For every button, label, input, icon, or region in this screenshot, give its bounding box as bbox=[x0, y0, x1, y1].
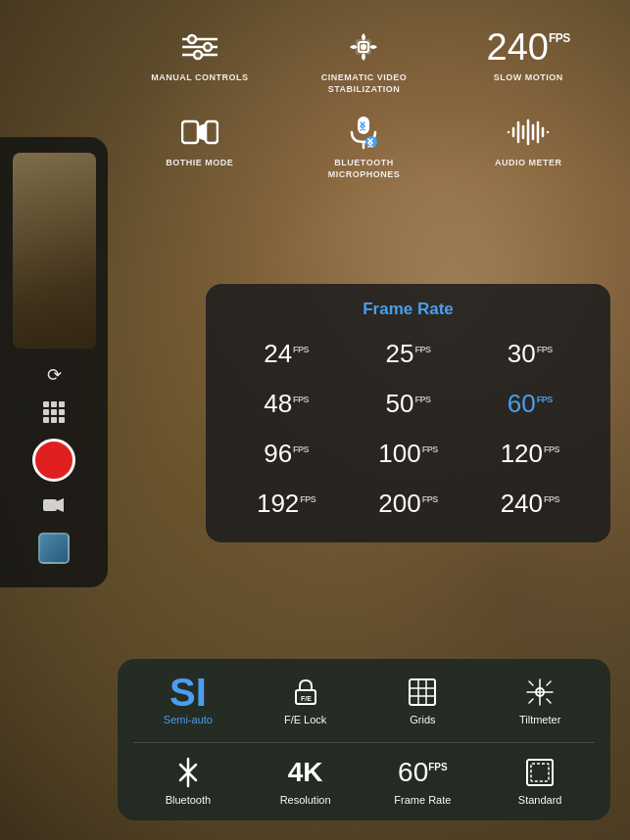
row-divider bbox=[133, 742, 595, 743]
audio-meter-item[interactable]: AUDIO METER bbox=[469, 115, 587, 169]
fps-unit: FPS bbox=[549, 32, 570, 44]
controls-row-2: Bluetooth 4K Resolution 60FPS Frame Rate… bbox=[133, 757, 595, 807]
feature-row-1: MANUAL CONTROLS CINEMATIC VIDEOSTABILIZA… bbox=[118, 29, 610, 95]
manual-controls-item[interactable]: MANUAL CONTROLS bbox=[141, 29, 259, 84]
grids-label: Grids bbox=[410, 714, 435, 726]
fr-96[interactable]: 96FPS bbox=[225, 431, 347, 477]
grid-dots-icon bbox=[43, 401, 65, 423]
record-button[interactable] bbox=[32, 439, 75, 482]
grids-control[interactable]: Grids bbox=[368, 677, 478, 726]
audio-meter-label: AUDIO METER bbox=[495, 158, 562, 169]
svg-rect-13 bbox=[206, 121, 218, 143]
svg-line-36 bbox=[547, 681, 551, 685]
gallery-thumbnail[interactable] bbox=[38, 533, 70, 564]
manual-controls-label: MANUAL CONTROLS bbox=[151, 72, 248, 84]
frame-rate-panel: Frame Rate 24FPS 25FPS 30FPS 48FPS 50FPS… bbox=[206, 284, 610, 542]
stabilize-icon bbox=[346, 29, 381, 65]
camera-panel: ⟳ bbox=[0, 137, 108, 587]
bothie-mode-label: BOTHIE MODE bbox=[166, 158, 233, 169]
fps-value: 240 bbox=[487, 28, 549, 66]
bluetooth-control[interactable]: Bluetooth bbox=[133, 757, 243, 807]
mic-bluetooth-icon bbox=[346, 115, 381, 150]
standard-control[interactable]: Standard bbox=[485, 757, 595, 807]
standard-label: Standard bbox=[518, 794, 562, 807]
controls-row-1: SI Semi-auto F/E F/E Lock bbox=[133, 677, 595, 726]
resolution-control[interactable]: 4K Resolution bbox=[251, 757, 361, 807]
svg-rect-0 bbox=[43, 499, 57, 511]
slow-motion-item[interactable]: 240 FPS SLOW MOTION bbox=[469, 29, 587, 84]
frame-rate-control[interactable]: 60FPS Frame Rate bbox=[368, 757, 478, 807]
fe-lock-control[interactable]: F/E F/E Lock bbox=[251, 677, 361, 726]
svg-rect-11 bbox=[182, 121, 198, 143]
bluetooth-microphones-item[interactable]: BLUETOOTHMICROPHONES bbox=[305, 115, 422, 180]
fr-25[interactable]: 25FPS bbox=[347, 331, 468, 377]
fr-24[interactable]: 24FPS bbox=[225, 331, 347, 377]
tiltmeter-icon bbox=[525, 677, 555, 708]
bothie-mode-item[interactable]: BOTHIE MODE bbox=[141, 115, 259, 169]
si-label: Semi-auto bbox=[164, 714, 213, 726]
svg-line-35 bbox=[529, 681, 533, 685]
fr-100[interactable]: 100FPS bbox=[347, 431, 468, 477]
fe-lock-icon: F/E bbox=[291, 677, 320, 708]
svg-point-7 bbox=[194, 51, 202, 59]
feature-row-2: BOTHIE MODE BLUETOOTHMICROPHONES bbox=[118, 115, 610, 180]
bothie-icon bbox=[181, 115, 218, 150]
fe-lock-label: F/E Lock bbox=[284, 714, 326, 726]
video-mode-icon bbox=[43, 497, 65, 517]
frame-rate-value-icon: 60FPS bbox=[398, 757, 448, 788]
svg-text:F/E: F/E bbox=[301, 695, 312, 702]
svg-marker-1 bbox=[57, 498, 64, 512]
svg-point-3 bbox=[188, 35, 196, 43]
tiltmeter-label: Tiltmeter bbox=[519, 714, 560, 726]
svg-line-37 bbox=[529, 699, 533, 703]
cinematic-video-item[interactable]: CINEMATIC VIDEOSTABILIZATION bbox=[305, 29, 422, 95]
resolution-label: Resolution bbox=[280, 794, 331, 807]
fr-48[interactable]: 48FPS bbox=[225, 381, 347, 427]
slow-motion-label: SLOW MOTION bbox=[494, 72, 563, 84]
fps-display: 240 FPS bbox=[487, 29, 570, 65]
camera-viewfinder bbox=[13, 153, 96, 349]
sliders-icon bbox=[182, 29, 218, 65]
resolution-4k-icon: 4K bbox=[288, 757, 323, 788]
bluetooth-icon bbox=[176, 757, 200, 788]
svg-point-5 bbox=[204, 43, 212, 51]
svg-line-38 bbox=[547, 699, 551, 703]
svg-point-10 bbox=[361, 44, 366, 50]
fr-30[interactable]: 30FPS bbox=[469, 331, 591, 377]
standard-icon bbox=[525, 757, 555, 788]
fr-60[interactable]: 60FPS bbox=[469, 381, 591, 427]
tiltmeter-control[interactable]: Tiltmeter bbox=[485, 677, 595, 726]
frame-rate-label: Frame Rate bbox=[394, 794, 451, 807]
fr-192[interactable]: 192FPS bbox=[225, 481, 347, 527]
bluetooth-microphones-label: BLUETOOTHMICROPHONES bbox=[328, 158, 401, 180]
bottom-controls-panel: SI Semi-auto F/E F/E Lock bbox=[118, 659, 610, 820]
fr-120[interactable]: 120FPS bbox=[469, 431, 591, 477]
fr-240[interactable]: 240FPS bbox=[469, 481, 591, 527]
svg-rect-41 bbox=[531, 764, 549, 781]
svg-rect-28 bbox=[410, 679, 435, 705]
frame-rate-title: Frame Rate bbox=[225, 300, 591, 319]
sync-icon: ⟳ bbox=[47, 364, 62, 386]
top-features: MANUAL CONTROLS CINEMATIC VIDEOSTABILIZA… bbox=[118, 29, 610, 181]
fr-50[interactable]: 50FPS bbox=[347, 381, 468, 427]
frame-rate-grid: 24FPS 25FPS 30FPS 48FPS 50FPS 60FPS 96FP… bbox=[225, 331, 591, 527]
cinematic-video-label: CINEMATIC VIDEOSTABILIZATION bbox=[321, 72, 407, 95]
grids-icon bbox=[408, 677, 437, 708]
audio-wave-icon bbox=[507, 115, 550, 150]
bluetooth-label: Bluetooth bbox=[166, 794, 211, 807]
si-icon: SI bbox=[170, 677, 207, 708]
si-mode-control[interactable]: SI Semi-auto bbox=[133, 677, 243, 726]
fr-200[interactable]: 200FPS bbox=[347, 481, 468, 527]
